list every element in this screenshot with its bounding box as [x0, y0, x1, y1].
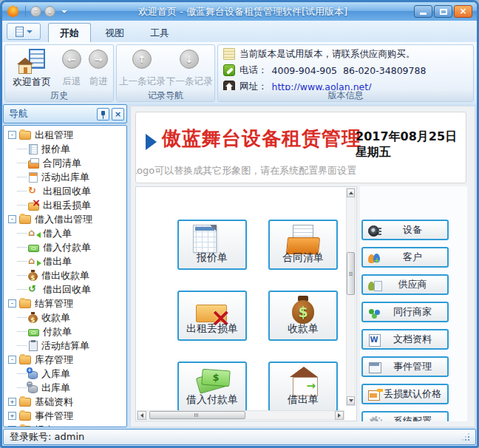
shortcut-button-借出单[interactable]: 借出单 [268, 362, 338, 412]
collapse-toggle-icon[interactable]: - [8, 299, 16, 308]
horizontal-scrollbar[interactable] [137, 410, 344, 420]
tree-item[interactable]: 报价单 [4, 142, 126, 156]
tree-item[interactable]: 借入单 [4, 226, 126, 240]
welcome-home-button[interactable]: 欢迎首页 [7, 47, 56, 90]
vertical-scrollbar[interactable] [346, 188, 356, 406]
side-button-事件管理[interactable]: 事件管理 [361, 356, 449, 377]
tree-item[interactable]: -借入借出管理 [4, 212, 126, 226]
db-out-icon [28, 385, 38, 393]
tab-开始[interactable]: 开始 [48, 23, 91, 42]
tree-item[interactable]: +事件管理 [4, 409, 126, 423]
tab-视图[interactable]: 视图 [93, 23, 136, 42]
side-button-label: 事件管理 [381, 360, 447, 373]
tree-item[interactable]: 活动出库单 [4, 170, 126, 184]
customers-icon [368, 251, 381, 264]
tree-item[interactable]: 出库单 [4, 381, 126, 395]
side-button-客户[interactable]: 客户 [361, 247, 449, 268]
tree-item[interactable]: -出租管理 [4, 128, 126, 142]
tree-item[interactable]: +基础资料 [4, 395, 126, 409]
clipboard-icon [29, 341, 38, 351]
note-icon [223, 48, 235, 60]
banknotes-icon [28, 245, 39, 252]
collapse-toggle-icon[interactable]: - [8, 131, 16, 139]
maximize-button[interactable] [434, 5, 452, 18]
shortcut-button-出租丢损单[interactable]: 出租丢损单 [177, 291, 247, 341]
collapse-toggle-icon[interactable]: - [8, 356, 16, 364]
collapse-toggle-icon[interactable]: - [8, 215, 16, 223]
next-record-button[interactable]: ↓ 下一条记录 [166, 50, 212, 88]
tree-item[interactable]: 合同清单 [4, 156, 126, 170]
tree-item[interactable]: 借入付款单 [4, 240, 126, 254]
tree-item[interactable]: 借出收款单 [4, 268, 126, 282]
tree-item[interactable]: ↻出租回收单 [4, 184, 126, 198]
folder-icon [19, 412, 31, 421]
scroll-thumb[interactable] [149, 411, 245, 419]
back-button[interactable]: ← 后退 [57, 50, 86, 94]
expand-toggle-icon[interactable]: + [8, 412, 16, 420]
side-button-供应商[interactable]: 供应商 [361, 274, 449, 295]
expand-toggle-icon[interactable]: + [8, 398, 16, 406]
tree-item[interactable]: -结算管理 [4, 296, 126, 310]
right-arrow-icon [338, 413, 341, 418]
side-button-文档资料[interactable]: 文档资料 [361, 329, 449, 350]
shortcut-button-借入付款单[interactable]: 借入付款单 [177, 362, 247, 412]
side-button-label: 客户 [381, 251, 447, 264]
tree-item-label: 活动结算单 [41, 339, 89, 353]
tree-item[interactable]: 收款单 [4, 310, 126, 325]
quick-access-down-icon[interactable]: ↓ [44, 6, 55, 17]
app-logo-icon[interactable] [7, 5, 19, 18]
shortcut-button-收款单[interactable]: 收款单 [268, 291, 338, 341]
shortcut-button-合同清单[interactable]: 合同清单 [268, 220, 338, 270]
prev-record-button[interactable]: ↑ 上一条记录 [119, 50, 165, 88]
tree-item-label: 借出单 [43, 255, 72, 268]
tree-item[interactable]: 出租丢损单 [4, 198, 126, 212]
pin-button[interactable] [97, 108, 109, 121]
tree-item[interactable]: 付款单 [4, 325, 126, 339]
chevron-down-icon [27, 30, 33, 33]
spreadsheet-icon [193, 225, 217, 253]
back-arrow-icon: ← [62, 50, 81, 69]
login-account-text: 登录账号: admin [10, 430, 84, 444]
quick-access-up-icon[interactable]: ↑ [30, 6, 41, 17]
tree-item-label: 事件管理 [35, 410, 73, 423]
quick-access-dropdown-icon[interactable] [61, 10, 67, 13]
house-in-icon [28, 228, 39, 239]
resize-grip[interactable] [462, 433, 469, 441]
shortcut-button-报价单[interactable]: 报价单 [177, 220, 247, 270]
tree-item-label: 库存管理 [35, 353, 73, 367]
side-button-系统配置[interactable]: 系统配置 [361, 411, 449, 421]
scroll-up-button[interactable] [347, 189, 355, 197]
tree-item[interactable]: +报表 [4, 423, 126, 427]
tree-item-label: 出租丢损单 [43, 199, 91, 212]
side-button-设备[interactable]: 设备 [361, 220, 449, 240]
tree-item[interactable]: 活动结算单 [4, 339, 126, 353]
scroll-down-button[interactable] [347, 396, 355, 405]
divider [25, 6, 26, 17]
tree-item[interactable]: 入库单 [4, 367, 126, 381]
expand-toggle-icon[interactable]: + [8, 426, 16, 427]
tab-工具[interactable]: 工具 [138, 23, 181, 42]
tree-item[interactable]: -库存管理 [4, 353, 126, 367]
panel-close-button[interactable]: × [112, 108, 124, 121]
tree-item[interactable]: ↺借出回收单 [4, 282, 126, 296]
close-button[interactable]: × [454, 5, 472, 18]
title-bar[interactable]: ↑ ↓ 欢迎首页 - 傲蓝舞台设备租赁管理软件[试用版本] × [2, 2, 477, 21]
tree-item[interactable]: 借出单 [4, 254, 126, 268]
navigation-panel: 导航 × -出租管理报价单合同清单活动出库单↻出租回收单出租丢损单-借入借出管理… [3, 104, 127, 427]
side-button-丢损默认价格[interactable]: 丢损默认价格 [361, 384, 449, 404]
phone-numbers: 4009-904-905 86-020-34809788 [272, 65, 427, 76]
ribbon-group-version: 当前版本是试用版本，请联系供应商购买。 电话： 4009-904-905 86-… [217, 44, 474, 102]
side-button-label: 文档资料 [381, 333, 447, 346]
scroll-right-button[interactable] [335, 411, 344, 420]
minimize-button[interactable] [414, 5, 432, 18]
gear-icon [368, 415, 381, 422]
tree-item-label: 合同清单 [43, 157, 81, 170]
scroll-left-button[interactable] [137, 411, 146, 420]
app-menu-button[interactable] [7, 23, 41, 40]
scroll-thumb[interactable] [347, 252, 355, 295]
side-button-同行商家[interactable]: 同行商家 [361, 302, 449, 322]
maximize-icon [440, 9, 447, 15]
folder-icon [19, 299, 31, 308]
shortcut-button-label: 报价单 [179, 251, 245, 265]
forward-button[interactable]: → 前进 [84, 50, 113, 94]
